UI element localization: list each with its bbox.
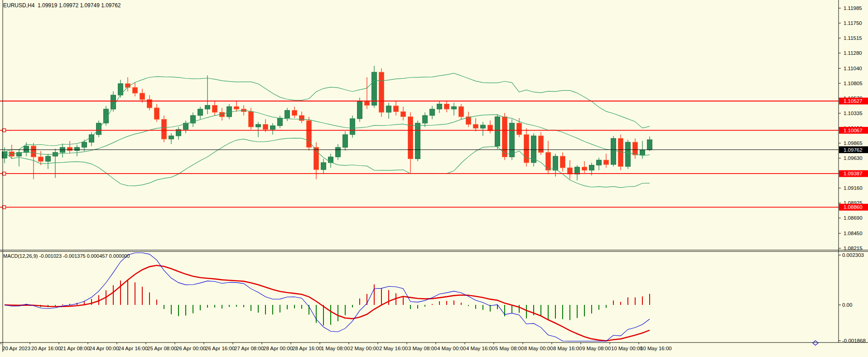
candle-bear xyxy=(488,121,493,133)
candle-body xyxy=(68,147,72,150)
candle-body xyxy=(408,117,413,159)
price-tick-label: 1.08690 xyxy=(844,215,863,221)
candle-bull xyxy=(626,140,631,169)
time-tick-label: 5 May 08:00 xyxy=(495,346,524,351)
candle-body xyxy=(401,111,406,116)
candle-bear xyxy=(154,104,159,122)
macd-main-line xyxy=(5,253,650,341)
price-tick-label: 1.10335 xyxy=(844,111,863,116)
candle-body xyxy=(169,136,174,139)
candle-bear xyxy=(133,82,138,96)
candle-bull xyxy=(415,121,420,161)
candle-bull xyxy=(191,112,196,127)
time-tick-label: 21 Apr 08:00 xyxy=(60,346,90,351)
candle-body xyxy=(82,142,87,147)
time-tick-label: 3 May 08:00 xyxy=(408,346,437,351)
candle-body xyxy=(582,167,587,170)
candle-bear xyxy=(560,152,565,171)
time-tick-label: 4 May 00:00 xyxy=(437,346,466,351)
candle-bear xyxy=(604,154,609,168)
time-tick-label: 2 May 16:00 xyxy=(379,346,408,351)
candle-bear xyxy=(394,101,399,116)
candle-body xyxy=(285,111,290,118)
candle-body xyxy=(75,147,80,150)
candle-body xyxy=(618,139,623,167)
candle-body xyxy=(46,156,51,161)
price-tick-label: 1.08215 xyxy=(844,246,863,251)
candle-bull xyxy=(285,108,290,121)
macd-indicator-label: MACD(12,26,9) -0.001023 -0.001375 0.0004… xyxy=(3,253,130,259)
macd-tick-label: -0.001868 xyxy=(842,338,866,343)
candle-body xyxy=(162,119,167,139)
candle-bear xyxy=(234,101,239,112)
candle-body xyxy=(633,142,638,155)
price-tick-label: 1.09630 xyxy=(844,155,863,161)
candle-body xyxy=(336,147,341,157)
candle-body xyxy=(372,72,377,105)
candle-body xyxy=(589,165,594,170)
candle-body xyxy=(39,157,43,161)
time-tick-label: 25 Apr 08:00 xyxy=(147,346,177,351)
candle-body xyxy=(597,160,602,165)
candle-body xyxy=(227,106,232,117)
candle-body xyxy=(394,106,399,112)
candle-body xyxy=(452,106,457,109)
candle-body xyxy=(444,104,449,109)
candle-bear xyxy=(299,111,304,123)
time-tick-label: 24 Apr 00:00 xyxy=(89,346,119,351)
candle-bull xyxy=(423,112,428,127)
candle-body xyxy=(423,116,428,123)
price-tick-label: 1.11985 xyxy=(844,5,862,11)
candle-body xyxy=(481,125,486,128)
candle-body xyxy=(256,125,261,127)
chart-canvas[interactable]: 1.119851.117501.115151.112801.110401.108… xyxy=(0,0,868,357)
line-selection-marker[interactable] xyxy=(3,206,6,209)
candle-body xyxy=(575,167,580,174)
time-tick-label: 24 Apr 16:00 xyxy=(118,346,148,351)
candle-bull xyxy=(205,75,210,114)
time-tick-label: 10 May 16:00 xyxy=(640,346,672,351)
candle-body xyxy=(379,72,384,112)
price-tick-label: 1.10805 xyxy=(844,81,863,86)
time-tick-label: 28 Apr 16:00 xyxy=(292,346,322,351)
candle-bull xyxy=(597,158,602,170)
candle-body xyxy=(495,117,500,146)
candle-body xyxy=(263,125,268,130)
candlestick-series[interactable] xyxy=(2,66,652,180)
price-axis: 1.119851.117501.115151.112801.110401.108… xyxy=(0,0,868,352)
candle-body xyxy=(517,123,522,135)
time-tick-label: 26 Apr 16:00 xyxy=(205,346,235,351)
candle-body xyxy=(640,150,645,155)
candle-bull xyxy=(183,121,188,133)
candle-bull xyxy=(452,103,457,116)
candle-body xyxy=(89,135,94,142)
price-tick-label: 1.09865 xyxy=(844,140,863,146)
price-tick-label: 1.11515 xyxy=(844,35,862,41)
candle-bull xyxy=(198,106,203,119)
candle-bull xyxy=(60,144,65,158)
candle-bear xyxy=(307,117,312,151)
time-tick-label: 27 Apr 08:00 xyxy=(234,346,264,351)
candle-bull xyxy=(46,154,51,169)
candle-body xyxy=(140,93,145,100)
candle-body xyxy=(118,84,123,95)
candle-bear xyxy=(212,101,217,116)
candle-bull xyxy=(169,133,174,144)
price-tag-label: 1.09387 xyxy=(844,171,863,176)
chart-shift-marker-icon[interactable] xyxy=(813,341,818,345)
candle-bear xyxy=(68,141,72,154)
line-selection-marker[interactable] xyxy=(3,129,6,132)
candle-bull xyxy=(611,136,616,167)
time-tick-label: 26 Apr 00:00 xyxy=(176,346,206,351)
candle-body xyxy=(415,123,420,159)
candle-bear xyxy=(633,139,638,159)
candle-bear xyxy=(618,135,623,170)
symbol-ohlc-title: EURUSD,H4 1.09919 1.09972 1.09749 1.0976… xyxy=(3,2,121,9)
candle-body xyxy=(604,160,609,164)
time-tick-label: 20 Apr 2023 xyxy=(2,346,30,351)
time-tick-label: 8 May 16:00 xyxy=(553,346,582,351)
candle-bear xyxy=(401,106,406,121)
line-selection-marker[interactable] xyxy=(3,172,6,175)
time-axis[interactable]: 20 Apr 202320 Apr 16:0021 Apr 08:0024 Ap… xyxy=(1,341,818,351)
candle-bull xyxy=(278,116,283,128)
